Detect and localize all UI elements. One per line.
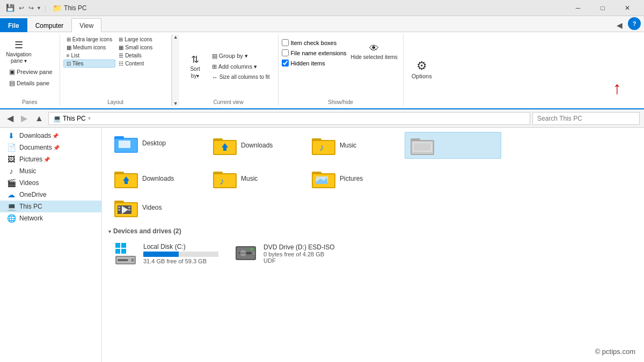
svg-rect-43	[121, 249, 126, 254]
ribbon-tabs: File Computer View ◀ ?	[0, 16, 644, 32]
tab-computer[interactable]: Computer	[27, 18, 72, 32]
help-button[interactable]: ?	[628, 17, 641, 30]
folder-item-music-top[interactable]: ♪ Music	[306, 132, 402, 159]
item-checkboxes-toggle[interactable]: Item check boxes	[282, 39, 347, 47]
large-icons-button[interactable]: ⊞ Large icons	[115, 35, 167, 43]
hide-selected-button[interactable]: 👁 Hide selected items	[349, 36, 400, 67]
add-columns-button[interactable]: ⊞ Add columns ▾	[208, 62, 274, 72]
size-all-columns-button[interactable]: ↔ Size all columns to fit	[208, 72, 274, 82]
showhide-group: Item check boxes File name extensions Hi…	[279, 34, 404, 106]
address-field[interactable]: 💻 This PC ▾	[48, 112, 530, 125]
folder-item-selected[interactable]	[405, 132, 501, 159]
drive-c-name: Local Disk (C:)	[143, 243, 222, 250]
folder-pictures-icon	[311, 168, 336, 189]
group-by-icon: ▤	[212, 53, 217, 60]
medium-icons-button[interactable]: ▦ Medium icons	[63, 43, 115, 51]
folder-item-desktop[interactable]: Desktop	[108, 128, 205, 159]
ribbon-content: ☰ Navigationpane ▾ ▣ Preview pane ▤ Deta…	[0, 32, 644, 109]
details-button[interactable]: ☰ Details	[115, 51, 167, 60]
tiles-button[interactable]: ⊡ Tiles	[63, 60, 115, 68]
options-icon: ⚙	[416, 59, 427, 73]
watermark: © pctips.com	[595, 348, 635, 356]
sidebar-item-pictures[interactable]: 🖼 Pictures 📌	[0, 153, 101, 165]
svg-rect-3	[119, 141, 130, 148]
minimize-button[interactable]: ─	[566, 0, 590, 16]
drive-item-c[interactable]: Local Disk (C:) 31.4 GB free of 59.3 GB	[108, 238, 226, 269]
svg-rect-51	[253, 252, 255, 255]
redo-button[interactable]: ↪	[27, 3, 35, 13]
drive-c-icon	[113, 241, 139, 267]
documents-icon: 📄	[6, 143, 16, 152]
drive-c-bar-bg	[143, 252, 218, 257]
folder-videos-name: Videos	[142, 204, 162, 211]
folder-item-downloads[interactable]: Downloads	[207, 132, 304, 159]
svg-point-30	[318, 177, 320, 179]
folder-downloads-icon	[212, 135, 238, 156]
titlebar: 💾 ↩ ↪ ▼ | 📁 This PC ─ □ ✕	[0, 0, 644, 16]
drive-d-name: DVD Drive (D:) ESD-ISO	[264, 243, 342, 251]
layout-label: Layout	[63, 97, 168, 105]
tab-view[interactable]: View	[71, 18, 101, 32]
details-icon: ☰	[119, 53, 123, 58]
hidden-items-toggle[interactable]: Hidden items	[282, 59, 347, 67]
group-by-button[interactable]: ▤ Group by ▾	[208, 51, 274, 61]
undo-button[interactable]: ↩	[17, 3, 26, 13]
sort-by-button[interactable]: ⇅ Sortby▾	[184, 51, 207, 82]
svg-rect-38	[128, 209, 130, 211]
folder-item-videos[interactable]: Videos	[108, 194, 205, 221]
svg-rect-17	[414, 143, 431, 151]
svg-rect-4	[123, 148, 126, 150]
panes-label: Panes	[3, 97, 56, 105]
up-button[interactable]: ▲	[32, 113, 46, 124]
sidebar-item-videos[interactable]: 🎬 Videos	[0, 177, 101, 189]
folder-item-pictures[interactable]: Pictures	[306, 165, 402, 192]
current-view-label: Current view	[182, 97, 275, 105]
drive-d-space: 0 bytes free of 4.28 GB	[264, 251, 342, 257]
folder-item-music[interactable]: ♪ Music	[207, 165, 304, 192]
devices-section-header[interactable]: ▾ Devices and drives (2)	[108, 227, 638, 235]
drive-item-d[interactable]: DVD Drive (D:) ESD-ISO 0 bytes free of 4…	[229, 238, 347, 269]
svg-point-52	[251, 248, 253, 250]
titlebar-dropdown[interactable]: ▼	[36, 5, 41, 11]
item-checkboxes-checkbox[interactable]	[282, 39, 289, 46]
folder-videos-icon	[113, 197, 139, 218]
sidebar-item-downloads[interactable]: ⬇ Downloads 📌	[0, 130, 101, 142]
sidebar-item-onedrive[interactable]: ☁ OneDrive	[0, 189, 101, 201]
details-pane-button[interactable]: ▤ Details pane	[5, 78, 56, 88]
search-input[interactable]	[532, 112, 640, 125]
preview-pane-button[interactable]: ▣ Preview pane	[5, 67, 56, 77]
options-label	[407, 103, 437, 105]
list-button[interactable]: ≡ List	[63, 51, 115, 60]
options-button[interactable]: ⚙ Options	[407, 53, 437, 85]
extra-large-icons-button[interactable]: ⊞ Extra large icons	[63, 35, 115, 43]
devices-section-title: Devices and drives (2)	[113, 227, 181, 235]
sidebar-item-music[interactable]: ♪ Music	[0, 165, 101, 177]
svg-point-54	[242, 252, 244, 254]
folder-item-downloads2[interactable]: Downloads	[108, 165, 205, 192]
sidebar-item-network[interactable]: 🌐 Network	[0, 212, 101, 224]
size-all-icon: ↔	[212, 74, 218, 80]
small-icons-button[interactable]: ▦ Small icons	[115, 43, 167, 51]
sidebar-item-thispc[interactable]: 💻 This PC	[0, 201, 101, 212]
file-extensions-toggle[interactable]: File name extensions	[282, 49, 347, 57]
folder-downloads-name: Downloads	[241, 142, 273, 149]
back-button[interactable]: ◀	[4, 112, 16, 124]
hidden-items-checkbox[interactable]	[282, 60, 289, 67]
folder-row3: Videos	[108, 194, 638, 221]
sidebar-item-documents[interactable]: 📄 Documents 📌	[0, 142, 101, 153]
forward-button[interactable]: ▶	[18, 112, 30, 124]
list-icon: ≡	[67, 53, 70, 58]
drive-d-info: DVD Drive (D:) ESD-ISO 0 bytes free of 4…	[264, 243, 342, 264]
tab-file[interactable]: File	[0, 18, 27, 32]
navigation-pane-button[interactable]: ☰ Navigationpane ▾	[3, 36, 34, 67]
ribbon-nav-back[interactable]: ◀	[614, 19, 625, 32]
file-extensions-checkbox[interactable]	[282, 49, 289, 56]
close-button[interactable]: ✕	[615, 0, 640, 16]
sort-icon: ⇅	[191, 54, 199, 65]
content-button[interactable]: ☷ Content	[115, 60, 167, 68]
save-button[interactable]: 💾	[4, 3, 16, 13]
maximize-button[interactable]: □	[590, 0, 615, 16]
downloads-icon: ⬇	[6, 131, 16, 140]
folder-icon: 📁	[53, 4, 62, 12]
layout-scroll[interactable]: ▲ ▼	[172, 34, 179, 106]
